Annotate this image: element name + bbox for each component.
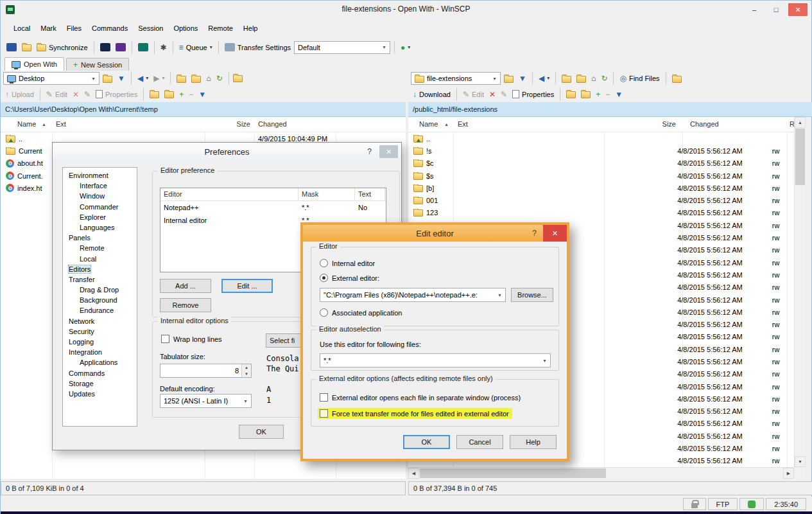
menu-item-files[interactable]: Files xyxy=(62,21,87,35)
tree-item-languages[interactable]: Languages xyxy=(63,222,137,233)
left-rename-button[interactable]: ✎ xyxy=(82,89,92,100)
tree-item-transfer[interactable]: Transfer xyxy=(63,274,137,285)
file-row[interactable]: .. xyxy=(408,132,794,145)
tree-item-commands[interactable]: Commands xyxy=(63,368,137,378)
terminal-button[interactable] xyxy=(136,42,150,53)
stepper-down-icon[interactable]: ▼ xyxy=(242,371,251,377)
left-select-remove-button[interactable]: − xyxy=(187,89,195,100)
wrap-long-lines-checkbox[interactable] xyxy=(161,335,169,343)
left-col-changed[interactable]: Changed xyxy=(258,120,287,128)
right-horizontal-scrollbar[interactable]: ◀ ▶ xyxy=(408,467,794,478)
synchronize-button[interactable]: Synchronize xyxy=(35,42,90,53)
site-manager-button[interactable] xyxy=(4,42,19,53)
tree-item-panels[interactable]: Panels xyxy=(63,233,137,243)
menu-item-session[interactable]: Session xyxy=(133,21,168,35)
open-session-button[interactable] xyxy=(20,42,33,53)
putty-button[interactable] xyxy=(114,42,128,53)
tab-new-session[interactable]: +New Session xyxy=(66,58,129,71)
left-filter-button-2[interactable]: ▼ xyxy=(196,89,208,100)
preferences-button[interactable]: ✱ xyxy=(159,42,169,53)
tree-item-integration[interactable]: Integration xyxy=(63,347,137,357)
scroll-right-icon[interactable]: ▶ xyxy=(783,468,794,479)
file-row[interactable]: $s4/8/2015 5:56:12 AMrw xyxy=(408,170,794,182)
left-select-add-button[interactable]: + xyxy=(177,89,186,100)
tree-item-applications[interactable]: Applications xyxy=(63,357,137,368)
preferences-ok-button[interactable]: OK xyxy=(239,425,284,439)
left-col-ext[interactable]: Ext xyxy=(56,120,66,128)
find-files-button[interactable]: ◎Find Files xyxy=(618,73,661,84)
right-select-add-button[interactable]: + xyxy=(594,89,602,100)
editor-col[interactable]: Editor xyxy=(160,188,298,200)
download-button[interactable]: ↓Download xyxy=(411,89,453,100)
file-mask-combo[interactable]: *.* ▾ xyxy=(320,353,551,368)
maximize-button[interactable]: □ xyxy=(766,3,786,16)
external-editor-path-combo[interactable]: "C:\Program Files (x86)\Notepad++\notepa… xyxy=(320,288,506,302)
file-row[interactable]: !s4/8/2015 5:56:12 AMrw xyxy=(408,145,794,157)
left-parent-dir-button[interactable] xyxy=(175,73,188,84)
minimize-button[interactable]: – xyxy=(745,3,764,16)
left-path-bar[interactable]: C:\Users\User\Desktop\Open With\Current\… xyxy=(1,102,406,117)
right-delete-button[interactable]: ✕ xyxy=(487,89,497,100)
edit-editor-help-button[interactable]: Help xyxy=(510,435,557,449)
tree-item-window[interactable]: Window xyxy=(63,191,137,201)
preferences-close-button[interactable]: ✕ xyxy=(379,145,398,158)
right-col-ext[interactable]: Ext xyxy=(458,120,468,128)
left-delete-button[interactable]: ✕ xyxy=(71,89,81,100)
mask-col[interactable]: Mask xyxy=(298,188,355,200)
file-row[interactable]: [b]4/8/2015 5:56:12 AMrw xyxy=(408,182,794,194)
tabulator-size-stepper[interactable]: 8 ▲▼ xyxy=(160,364,252,378)
right-properties-button[interactable]: Properties xyxy=(510,89,556,100)
close-button[interactable]: ✕ xyxy=(788,3,808,16)
transfer-preset-button[interactable]: ●▾ xyxy=(399,42,412,53)
tree-item-editors[interactable]: Editors xyxy=(63,264,137,274)
left-properties-button[interactable]: Properties xyxy=(94,89,139,100)
left-dir-button-1[interactable] xyxy=(148,89,161,100)
transfer-settings-combo[interactable]: Default▾ xyxy=(294,41,390,54)
wrap-long-lines-row[interactable]: Wrap long lines xyxy=(161,335,222,343)
associated-application-radio[interactable] xyxy=(320,308,328,317)
connection-cell[interactable] xyxy=(739,498,764,510)
transfer-settings-button[interactable]: Transfer Settings xyxy=(223,42,293,53)
right-new-dir-button[interactable] xyxy=(670,73,684,84)
scroll-up-icon[interactable]: ▲ xyxy=(795,117,806,128)
external-editor-radio-row[interactable]: External editor: xyxy=(320,274,379,282)
tree-item-storage[interactable]: Storage xyxy=(63,378,137,389)
left-edit-button[interactable]: ✎Edit xyxy=(44,89,69,100)
file-row[interactable]: $c4/8/2015 5:56:12 AMrw xyxy=(408,157,794,170)
force-text-mode-checkbox[interactable] xyxy=(320,409,328,418)
internal-editor-radio[interactable] xyxy=(320,259,328,267)
remove-button[interactable]: Remove xyxy=(160,298,211,312)
tree-item-explorer[interactable]: Explorer xyxy=(63,212,137,222)
tree-item-logging[interactable]: Logging xyxy=(63,337,137,347)
queue-button[interactable]: ≡Queue▾ xyxy=(177,42,214,53)
right-refresh-button[interactable]: ↻ xyxy=(599,73,609,84)
tree-item-updates[interactable]: Updates xyxy=(63,389,137,399)
right-drive-combo[interactable]: file-extensions▾ xyxy=(411,72,501,85)
edit-editor-ok-button[interactable]: OK xyxy=(403,435,450,449)
help-icon[interactable]: ? xyxy=(363,147,376,156)
menu-item-options[interactable]: Options xyxy=(168,21,203,35)
edit-button[interactable]: Edit ... xyxy=(221,279,273,293)
right-filter-button[interactable]: ▼ xyxy=(517,73,528,84)
scroll-down-icon[interactable]: ▼ xyxy=(795,456,806,467)
tree-item-local[interactable]: Local xyxy=(63,254,137,264)
menu-item-help[interactable]: Help xyxy=(238,21,263,35)
edit-editor-cancel-button[interactable]: Cancel xyxy=(456,435,503,449)
browse-button[interactable]: Browse... xyxy=(511,288,553,302)
tree-item-interface[interactable]: Interface xyxy=(63,181,137,191)
console-button[interactable] xyxy=(98,42,112,53)
scroll-left-icon[interactable]: ◀ xyxy=(408,468,419,479)
tree-item-commander[interactable]: Commander xyxy=(63,202,137,212)
internal-editor-radio-row[interactable]: Internal editor xyxy=(320,259,375,267)
stepper-up-icon[interactable]: ▲ xyxy=(242,364,251,371)
protocol-cell[interactable]: FTP xyxy=(708,498,738,510)
text-col[interactable]: Text xyxy=(355,188,385,200)
left-col-size[interactable]: Size xyxy=(205,120,250,128)
default-encoding-combo[interactable]: 1252 (ANSI - Latin I) ▾ xyxy=(160,394,252,408)
left-dir-button-2[interactable] xyxy=(162,89,176,100)
right-vertical-scrollbar[interactable]: ▲ ▼ xyxy=(794,117,805,467)
right-col-size[interactable]: Size xyxy=(604,120,676,128)
menu-item-local[interactable]: Local xyxy=(8,21,35,35)
right-edit-button[interactable]: ✎Edit xyxy=(461,89,486,100)
tree-item-remote[interactable]: Remote xyxy=(63,243,137,253)
